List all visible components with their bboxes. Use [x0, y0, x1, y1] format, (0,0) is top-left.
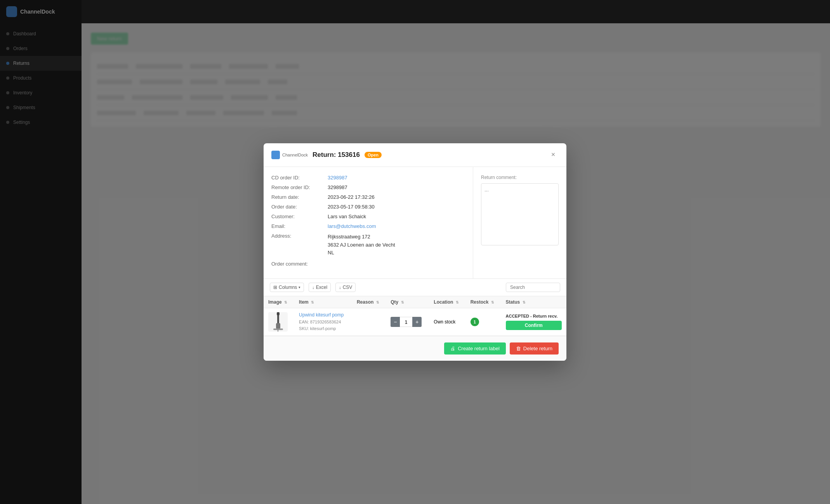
table-header: Image ⇅ Item ⇅ Reason ⇅ Qty: [264, 296, 566, 308]
customer-label: Customer:: [271, 214, 328, 219]
customer-row: Customer: Lars van Schaick: [271, 214, 465, 219]
reason-cell: [352, 308, 386, 336]
sort-icon: ⇅: [376, 301, 379, 304]
order-date-value: 2023-05-17 09:58:30: [328, 204, 375, 210]
product-info-cell: Upwind kitesurf pomp EAN: 8719326583624 …: [294, 308, 352, 336]
order-comment-row: Order comment:: [271, 261, 465, 267]
qty-input[interactable]: [400, 317, 412, 327]
col-reason: Reason ⇅: [352, 296, 386, 308]
order-date-label: Order date:: [271, 204, 328, 210]
svg-rect-1: [276, 323, 280, 329]
col-qty: Qty ⇅: [386, 296, 429, 308]
download-csv-icon: ↓: [339, 285, 341, 290]
columns-button[interactable]: ⊞ Columns ▾: [270, 283, 304, 292]
status-cell: ACCEPTED - Return recv. Confirm: [501, 308, 566, 336]
svg-rect-2: [277, 312, 280, 315]
cd-order-id-value[interactable]: 3298987: [328, 175, 347, 181]
qty-control: − +: [391, 317, 422, 327]
restock-badge: 1: [471, 318, 479, 326]
sort-icon: ⇅: [491, 301, 494, 304]
modal-title: Return: 153616: [313, 151, 360, 159]
order-comment-label: Order comment:: [271, 261, 328, 267]
return-comment-section: Return comment:: [473, 167, 566, 278]
address-row: Address: Rijksstraatweg 172 3632 AJ Loen…: [271, 233, 465, 257]
product-sku: SKU: kitesurf-pomp: [299, 325, 347, 332]
delete-return-button[interactable]: 🗑 Delete return: [510, 342, 559, 355]
email-row: Email: lars@dutchwebs.com: [271, 223, 465, 229]
customer-value: Lars van Schaick: [328, 214, 366, 219]
close-button[interactable]: ×: [548, 149, 559, 160]
modal-logo-text: ChannelDock: [282, 153, 308, 157]
printer-icon: 🖨: [450, 346, 455, 351]
remote-order-id-label: Remote order ID:: [271, 184, 328, 190]
product-image-cell: [264, 308, 294, 336]
remote-order-id-value: 3298987: [328, 184, 347, 190]
status-badge: Open: [365, 152, 382, 158]
address-value: Rijksstraatweg 172 3632 AJ Loenen aan de…: [328, 233, 395, 257]
create-return-label-button[interactable]: 🖨 Create return label: [444, 342, 506, 355]
product-ean: EAN: 8719326583624: [299, 319, 347, 325]
excel-button[interactable]: ↓ Excel: [309, 283, 331, 292]
modal-header: ChannelDock Return: 153616 Open ×: [264, 143, 566, 167]
return-date-value: 2023-06-22 17:32:26: [328, 194, 375, 200]
email-label: Email:: [271, 223, 328, 229]
remote-order-id-row: Remote order ID: 3298987: [271, 184, 465, 190]
status-text: ACCEPTED - Return recv.: [506, 314, 562, 318]
table-toolbar: ⊞ Columns ▾ ↓ Excel ↓ CSV: [264, 279, 566, 296]
confirm-button[interactable]: Confirm: [506, 321, 562, 330]
location-cell: Own stock: [429, 308, 465, 336]
col-status: Status ⇅: [501, 296, 566, 308]
modal-footer: 🖨 Create return label 🗑 Delete return: [264, 336, 566, 361]
modal-overlay: ChannelDock Return: 153616 Open × CD ord…: [0, 0, 830, 504]
email-value[interactable]: lars@dutchwebs.com: [328, 223, 376, 229]
items-table-section: ⊞ Columns ▾ ↓ Excel ↓ CSV: [264, 278, 566, 336]
cd-order-id-label: CD order ID:: [271, 175, 328, 181]
col-location: Location ⇅: [429, 296, 465, 308]
sort-icon: ⇅: [311, 301, 314, 304]
sort-icon: ⇅: [456, 301, 459, 304]
columns-grid-icon: ⊞: [273, 285, 277, 290]
sort-icon: ⇅: [523, 301, 526, 304]
search-input[interactable]: [506, 283, 560, 292]
csv-button[interactable]: ↓ CSV: [335, 283, 356, 292]
modal-logo: ChannelDock: [271, 151, 308, 159]
product-name-link[interactable]: Upwind kitesurf pomp: [299, 312, 347, 318]
return-comment-label: Return comment:: [481, 175, 559, 180]
order-date-row: Order date: 2023-05-17 09:58:30: [271, 204, 465, 210]
download-icon: ↓: [312, 285, 314, 290]
col-restock: Restock ⇅: [466, 296, 501, 308]
items-table: Image ⇅ Item ⇅ Reason ⇅ Qty: [264, 296, 566, 336]
cd-order-id-row: CD order ID: 3298987: [271, 175, 465, 181]
product-image: [268, 312, 288, 332]
order-details-section: CD order ID: 3298987 Remote order ID: 32…: [264, 167, 473, 278]
qty-cell: − +: [386, 308, 429, 336]
return-date-label: Return date:: [271, 194, 328, 200]
trash-icon: 🗑: [516, 346, 521, 351]
chevron-down-icon: ▾: [299, 285, 300, 289]
modal-logo-icon: [271, 151, 280, 159]
pump-svg-icon: [270, 312, 286, 332]
return-modal: ChannelDock Return: 153616 Open × CD ord…: [264, 143, 566, 361]
col-image: Image ⇅: [264, 296, 294, 308]
address-label: Address:: [271, 233, 328, 257]
location-value: Own stock: [434, 319, 455, 325]
return-date-row: Return date: 2023-06-22 17:32:26: [271, 194, 465, 200]
return-comment-input[interactable]: [481, 183, 559, 245]
table-row: Upwind kitesurf pomp EAN: 8719326583624 …: [264, 308, 566, 336]
sort-icon: ⇅: [401, 301, 404, 304]
qty-decrease-button[interactable]: −: [391, 317, 400, 327]
sort-icon: ⇅: [284, 301, 287, 304]
restock-cell: 1: [466, 308, 501, 336]
qty-increase-button[interactable]: +: [412, 317, 422, 327]
modal-body: CD order ID: 3298987 Remote order ID: 32…: [264, 167, 566, 278]
col-item: Item ⇅: [294, 296, 352, 308]
